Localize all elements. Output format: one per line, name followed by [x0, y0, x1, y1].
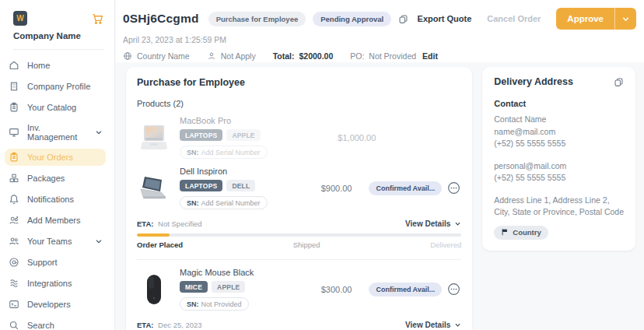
step-order-placed: Order Placed — [137, 240, 183, 249]
purchase-panel: Purchase for Employee Products (2) MacBo… — [126, 67, 472, 330]
sidebar-item-label: Your Teams — [27, 237, 72, 246]
export-quote-button[interactable]: Export Quote — [418, 14, 472, 23]
order-id: 0SHj6Ccgmd — [123, 12, 199, 26]
availability-badge[interactable]: Confirmed Avail... — [369, 181, 442, 195]
monitor-icon — [9, 127, 19, 138]
brand-block: W Company Name — [0, 0, 114, 50]
order-total: Total: $2000.00 — [273, 51, 334, 61]
panel-title: Purchase for Employee — [137, 77, 461, 88]
delivery-address-title: Delivery Address — [494, 76, 573, 87]
sn-label: SN: — [187, 149, 199, 156]
step-shipped: Shipped — [293, 240, 320, 249]
chevron-down-icon[interactable] — [95, 237, 103, 245]
company-name: Company Name — [13, 31, 103, 40]
sidebar-item-integrations[interactable]: Integrations — [5, 275, 106, 292]
product-name: MacBook Pro — [180, 116, 310, 125]
product-image-dell — [137, 171, 171, 205]
approve-dropdown-caret[interactable] — [614, 8, 636, 30]
more-options-icon[interactable] — [446, 282, 461, 297]
personal-phone: (+52) 55 5555 5555 — [494, 172, 624, 184]
sidebar-item-add-members[interactable]: Add Members — [5, 212, 106, 229]
building-icon — [9, 81, 19, 92]
main-content: Purchase for Employee Products (2) MacBo… — [116, 62, 644, 330]
availability-badge[interactable]: Confirmed Avail... — [369, 283, 442, 297]
sidebar-item-label: Packages — [27, 174, 65, 183]
contact-phone: (+52) 55 5555 5555 — [494, 138, 624, 150]
approve-button[interactable]: Approve — [556, 8, 614, 30]
company-logo[interactable]: W — [13, 11, 27, 26]
address-text: Address Line 1, Address Line 2, City, St… — [494, 195, 624, 219]
chevron-down-icon[interactable] — [95, 128, 103, 136]
contact-name: Contact Name — [494, 114, 624, 126]
serial-number-pill[interactable]: SN: Add Serial Number — [180, 146, 268, 159]
po-edit-button[interactable]: Edit — [422, 51, 438, 61]
sidebar-item-label: Your Catalog — [27, 103, 76, 112]
order-type-badge: Purchase for Employee — [208, 12, 306, 26]
cancel-order-button[interactable]: Cancel Order — [487, 14, 541, 23]
sidebar-item-home[interactable]: Home — [5, 57, 106, 74]
sidebar-item-label: Your Orders — [27, 153, 73, 162]
sn-label: SN: — [187, 199, 199, 207]
product-row-magic-mouse: Magic Mouse Black MICE APPLE SN: Not Pro… — [137, 268, 461, 311]
total-label: Total: — [273, 51, 295, 61]
copy-address-icon[interactable] — [614, 77, 624, 87]
eta-label: ETA: — [137, 219, 153, 228]
sidebar-item-label: Inv. Management — [27, 123, 87, 142]
sidebar-item-label: Notifications — [27, 195, 74, 204]
personal-email: personal@mail.com — [494, 160, 624, 173]
step-delivered: Delivered — [430, 240, 461, 249]
brand-tag: APPLE — [212, 281, 245, 293]
sidebar-item-inv-management[interactable]: Inv. Management — [5, 120, 106, 145]
sidebar-item-label: Developers — [27, 300, 71, 309]
add-members-icon — [9, 215, 19, 226]
sidebar-item-label: Add Members — [27, 216, 80, 225]
sidebar-divider — [13, 49, 103, 50]
view-details-button[interactable]: View Details — [405, 321, 461, 329]
search-icon — [9, 320, 19, 330]
flag-icon — [501, 228, 509, 236]
sn-value: Not Provided — [201, 300, 242, 308]
country-meta-label: Country Name — [137, 51, 190, 61]
packages-icon — [9, 173, 19, 184]
sidebar-item-support[interactable]: Support — [5, 254, 106, 271]
sidebar-item-company-profile[interactable]: Company Profile — [5, 78, 106, 95]
sidebar-item-notifications[interactable]: Notifications — [5, 191, 106, 208]
product-price: $900.00 — [310, 184, 352, 193]
sn-label: SN: — [187, 300, 199, 308]
product-image-macbook — [137, 121, 171, 155]
sidebar-item-label: Support — [27, 258, 58, 267]
serial-number-pill[interactable]: SN: Not Provided — [180, 297, 249, 311]
shipment-status-dell: ETA: Not Specified View Details Order Pl… — [137, 219, 461, 249]
po-value: Not Provided — [369, 51, 416, 61]
country-meta: Country Name — [123, 51, 190, 61]
cart-icon[interactable] — [92, 13, 103, 25]
globe-icon — [123, 51, 132, 61]
support-icon — [9, 257, 19, 268]
eta-value: Dec 25, 2023 — [158, 321, 202, 329]
view-details-button[interactable]: View Details — [405, 219, 461, 228]
teams-icon — [9, 236, 19, 247]
serial-number-pill[interactable]: SN: Add Serial Number — [180, 196, 268, 209]
orders-clipboard-icon — [9, 152, 19, 163]
shipment-status-mouse: ETA: Dec 25, 2023 View Details Order Pla… — [137, 321, 461, 330]
chevron-down-icon — [454, 321, 461, 328]
order-status-badge: Pending Approval — [313, 12, 391, 26]
sidebar-item-your-orders[interactable]: Your Orders — [5, 149, 106, 166]
sidebar-item-your-catalog[interactable]: Your Catalog — [5, 99, 106, 116]
home-icon — [9, 60, 19, 71]
sidebar-item-your-teams[interactable]: Your Teams — [5, 233, 106, 250]
delivery-address-panel: Delivery Address Contact Contact Name na… — [482, 67, 635, 251]
integrations-icon — [9, 278, 19, 289]
more-options-icon[interactable] — [446, 181, 461, 195]
po-label: PO: — [350, 51, 364, 61]
terminal-icon — [9, 299, 19, 310]
sn-value: Add Serial Number — [201, 199, 261, 207]
sidebar-item-packages[interactable]: Packages — [5, 170, 106, 187]
copy-order-id-icon[interactable] — [398, 14, 408, 24]
order-header: 0SHj6Ccgmd Purchase for Employee Pending… — [116, 0, 644, 62]
sidebar-item-search[interactable]: Search — [5, 317, 106, 330]
product-name: Dell Inspiron — [180, 167, 310, 176]
products-count-label: Products (2) — [137, 99, 461, 108]
sidebar-item-developers[interactable]: Developers — [5, 296, 106, 313]
category-tag: LAPTOPS — [180, 180, 222, 191]
